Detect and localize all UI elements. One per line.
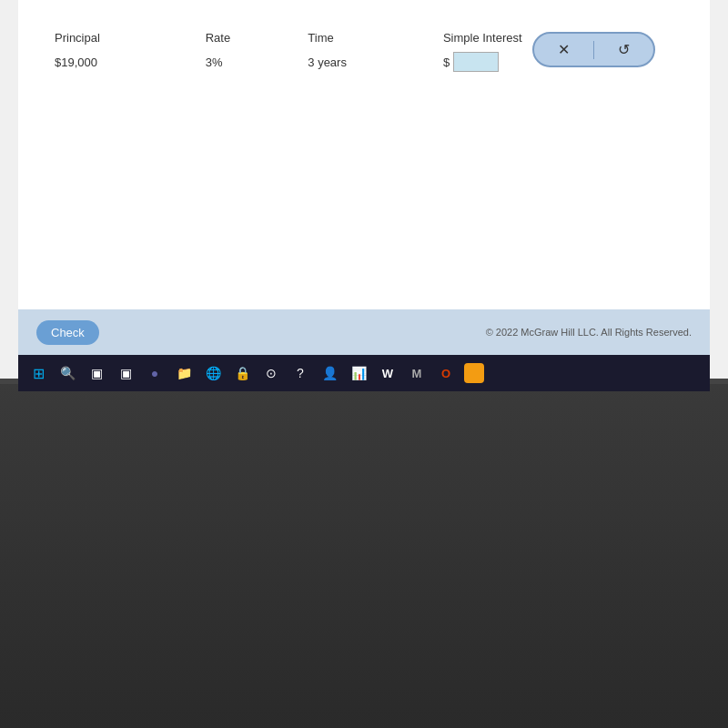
edge-icon[interactable]: 🌐: [202, 362, 224, 384]
col-header-principal: Principal: [55, 27, 206, 48]
laptop-body: 1 2 3 4 5 6 7 8 9 0 Q W E R T Y U I O P …: [0, 379, 728, 728]
m-app-icon[interactable]: M: [406, 362, 428, 384]
browser-content: Principal Rate Time Simple Interest $19,…: [18, 0, 710, 355]
user-icon[interactable]: 👤: [318, 362, 340, 384]
reset-button[interactable]: ↺: [612, 39, 635, 60]
cell-rate: 3%: [206, 48, 308, 76]
help-icon[interactable]: ?: [289, 362, 311, 384]
action-buttons-group: ✕ ↺: [532, 32, 655, 67]
cell-principal: $19,000: [55, 48, 206, 76]
bottom-bar: Check © 2022 McGraw Hill LLC. All Rights…: [18, 309, 710, 355]
orange-app-icon[interactable]: [464, 363, 484, 383]
taskview-icon[interactable]: ▣: [86, 362, 107, 384]
col-header-rate: Rate: [206, 27, 308, 48]
taskbar: ⊞ 🔍 ▣ ▣ ● 📁 🌐 🔒 ⊙ ? 👤 📊 W M O: [18, 355, 710, 391]
chart-icon[interactable]: 📊: [348, 362, 369, 384]
circle-icon[interactable]: ⊙: [260, 362, 282, 384]
search-taskbar-icon[interactable]: 🔍: [56, 362, 78, 384]
check-button[interactable]: Check: [36, 320, 99, 345]
security-icon[interactable]: 🔒: [231, 362, 253, 384]
laptop-screen: Principal Rate Time Simple Interest $19,…: [0, 0, 728, 382]
dollar-sign: $: [443, 56, 450, 69]
teams-icon[interactable]: ●: [144, 362, 166, 384]
windows-start-icon[interactable]: ⊞: [27, 362, 49, 384]
cell-time: 3 years: [308, 48, 443, 76]
wikipedia-icon[interactable]: W: [377, 362, 399, 384]
office-icon[interactable]: O: [435, 362, 457, 384]
button-divider: [593, 41, 594, 59]
widgets-icon[interactable]: ▣: [115, 362, 136, 384]
action-btn-container: ✕ ↺: [532, 32, 655, 67]
col-header-time: Time: [308, 27, 443, 48]
simple-interest-input[interactable]: [453, 52, 499, 72]
files-icon[interactable]: 📁: [173, 362, 195, 384]
close-button[interactable]: ✕: [552, 39, 575, 60]
copyright-text: © 2022 McGraw Hill LLC. All Rights Reser…: [486, 327, 692, 338]
